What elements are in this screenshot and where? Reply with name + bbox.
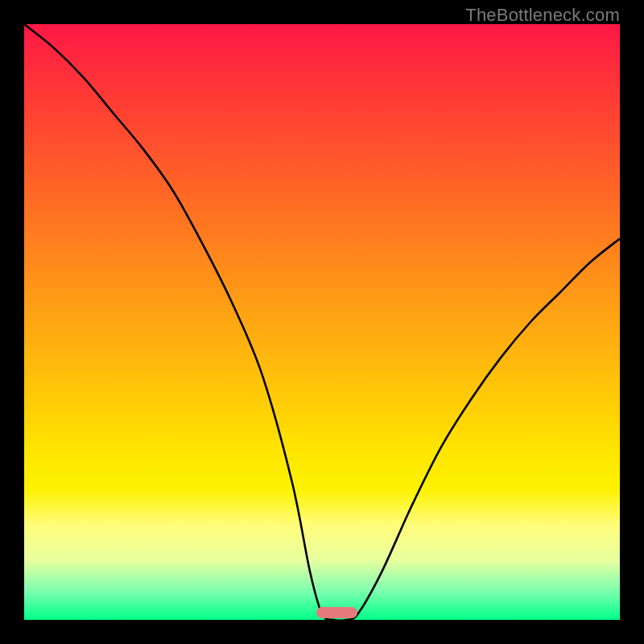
curve-path — [24, 24, 620, 621]
bottleneck-curve — [24, 24, 620, 620]
dip-marker — [316, 607, 358, 618]
attribution-label: TheBottleneck.com — [465, 5, 620, 26]
chart-plot-area — [24, 24, 620, 620]
